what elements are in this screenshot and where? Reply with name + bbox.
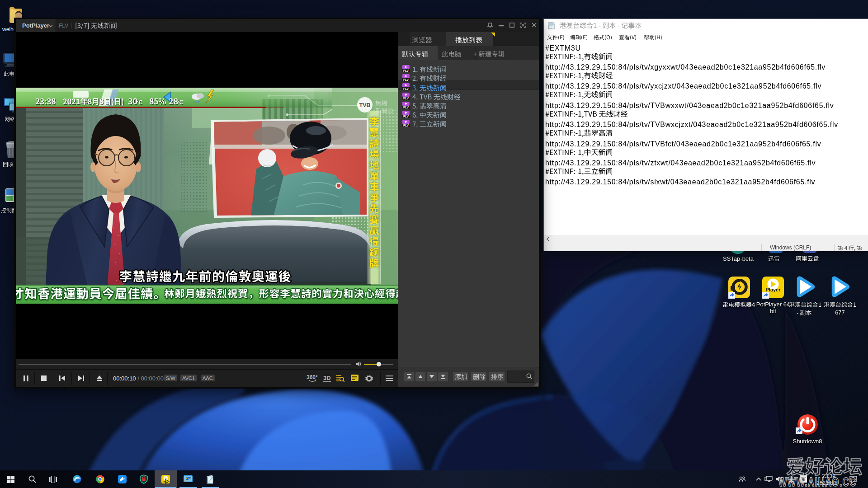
svg-text:WWW.AIHAO.CC: WWW.AIHAO.CC: [778, 475, 857, 488]
svg-text:FLV: FLV: [403, 106, 409, 109]
svg-text:FLV: FLV: [403, 78, 409, 81]
svg-text:FLV: FLV: [403, 115, 409, 118]
svg-text:FLV: FLV: [403, 97, 409, 100]
svg-text:FLV: FLV: [403, 69, 409, 72]
svg-text:FLV: FLV: [403, 87, 409, 90]
svg-text:Pla: Pla: [163, 480, 167, 483]
svg-text:FLV: FLV: [403, 124, 409, 127]
